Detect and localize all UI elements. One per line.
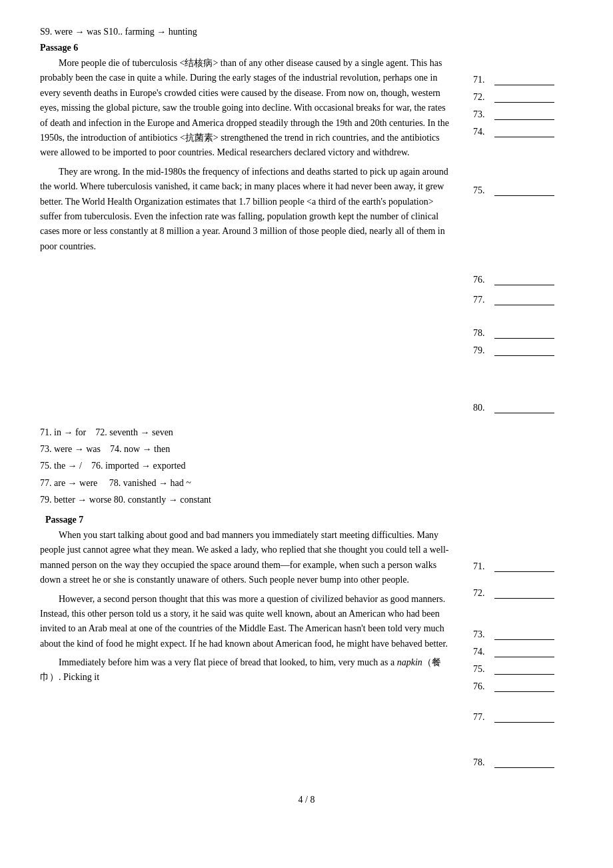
answer-line-73b: 73. [473,629,573,640]
answer-num-76a: 76. [473,275,492,285]
answer-line-74b: 74. [473,647,573,657]
answer-blank-76a [494,285,554,285]
answer-line-71b: 71. [473,561,573,572]
passage7-para1: When you start talking about good and ba… [40,528,453,588]
answer-blank-77b [494,722,554,723]
answer-line-74a: 74. [473,127,573,137]
answer-num-80a: 80. [473,403,492,413]
p6-answer-4: 77. are → were 78. vanished → had ~ [40,475,573,491]
passage6-layout: More people die of tuberculosis <结核病> th… [40,56,573,420]
answer-line-75a: 75. [473,185,573,196]
passage6-section: Passage 6 More people die of tuberculosi… [40,43,573,508]
answer-line-79a: 79. [473,345,573,356]
answer-blank-73b [494,639,554,640]
answer-blank-71a [494,85,554,85]
answer-blank-78b [494,767,554,768]
s9-s10-line: S9. were → was S10.. farming → hunting [40,27,573,37]
answer-blank-74b [494,657,554,657]
answer-num-73a: 73. [473,109,492,120]
answer-blank-73a [494,119,554,120]
answer-line-72b: 72. [473,588,573,599]
answer-blank-71b [494,571,554,572]
passage6-left: More people die of tuberculosis <结核病> th… [40,56,466,420]
passage6-para1: More people die of tuberculosis <结核病> th… [40,56,453,161]
answer-num-72a: 72. [473,92,492,103]
answer-num-73b: 73. [473,629,492,640]
answer-blank-80a [494,413,554,413]
answer-num-74b: 74. [473,647,492,657]
p6-answer-3: 75. the → / 76. imported → exported [40,457,573,474]
answer-line-76b: 76. [473,681,573,692]
answer-num-72b: 72. [473,588,492,599]
answer-blank-72a [494,102,554,103]
answer-num-78a: 78. [473,328,492,339]
answer-line-80a: 80. [473,403,573,413]
passage6-right: 71. 72. 73. 74. 75. [466,56,573,420]
answer-line-75b: 75. [473,664,573,675]
answer-line-76a: 76. [473,275,573,285]
p6-answer-1: 71. in → for 72. seventh → seven [40,424,573,441]
answer-num-75b: 75. [473,664,492,675]
answer-line-77b: 77. [473,712,573,723]
answer-blank-79a [494,355,554,356]
passage7-section: Passage 7 When you start talking about g… [40,515,573,775]
napkin-word: napkin [397,657,422,667]
answer-line-78a: 78. [473,328,573,339]
page-number: 4 / 8 [299,795,315,805]
passage7-title: Passage 7 [40,515,573,525]
p6-answer-2: 73. were → was 74. now → then [40,441,573,457]
s9-s10-text: S9. were → was S10.. farming → hunting [40,27,197,37]
answer-num-78b: 78. [473,757,492,768]
answer-blank-77a [494,305,554,305]
passage7-left: When you start talking about good and ba… [40,528,466,775]
p6-answer-5: 79. better → worse 80. constantly → cons… [40,491,573,508]
answer-num-77a: 77. [473,295,492,305]
passage6-para2: They are wrong. In the mid-1980s the fre… [40,165,453,254]
page-footer: 4 / 8 [40,795,573,805]
passage6-title: Passage 6 [40,43,573,53]
answer-line-77a: 77. [473,295,573,305]
answer-line-72a: 72. [473,92,573,103]
passage7-layout: When you start talking about good and ba… [40,528,573,775]
answer-blank-75a [494,195,554,196]
answer-num-71b: 71. [473,561,492,572]
passage7-right: 71. 72. 73. 74. 7 [466,528,573,775]
answer-blank-72b [494,598,554,599]
answer-num-75a: 75. [473,185,492,196]
passage7-para2: However, a second person thought that th… [40,592,453,652]
passage7-para3: Immediately before him was a very flat p… [40,655,453,685]
answer-num-77b: 77. [473,712,492,723]
passage6-answers: 71. in → for 72. seventh → seven 73. wer… [40,424,573,508]
answer-blank-75b [494,674,554,675]
answer-blank-76b [494,691,554,692]
answer-line-78b: 78. [473,757,573,768]
answer-line-73a: 73. [473,109,573,120]
answer-blank-78a [494,338,554,339]
answer-blank-74a [494,137,554,137]
answer-num-76b: 76. [473,681,492,692]
page-content: S9. were → was S10.. farming → hunting P… [40,27,573,805]
answer-line-71a: 71. [473,75,573,85]
answer-num-71a: 71. [473,75,492,85]
answer-num-74a: 74. [473,127,492,137]
answer-num-79a: 79. [473,345,492,356]
